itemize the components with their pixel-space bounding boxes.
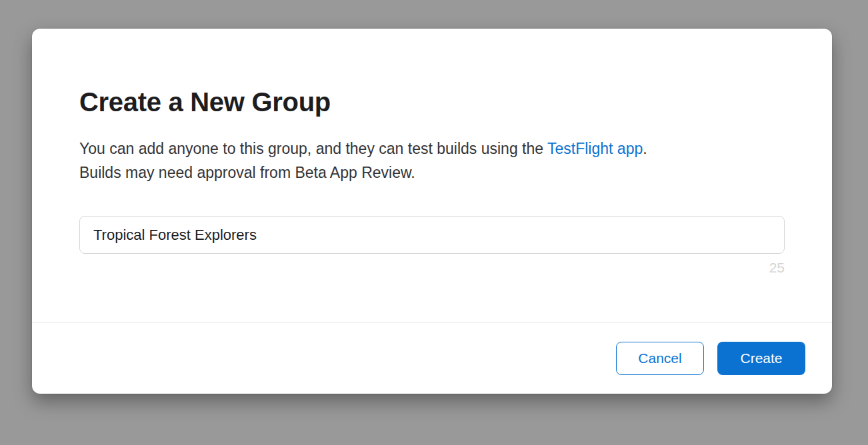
character-counter: 25 bbox=[79, 260, 785, 276]
description-text-after-link: . bbox=[643, 140, 647, 157]
dialog-description: You can add anyone to this group, and th… bbox=[79, 137, 785, 185]
dialog-title: Create a New Group bbox=[79, 86, 785, 118]
group-name-input[interactable] bbox=[79, 216, 785, 254]
create-button[interactable]: Create bbox=[717, 342, 805, 375]
create-group-dialog: Create a New Group You can add anyone to… bbox=[32, 29, 832, 394]
dialog-content: Create a New Group You can add anyone to… bbox=[32, 29, 832, 276]
dialog-footer: Cancel Create bbox=[32, 322, 832, 394]
cancel-button[interactable]: Cancel bbox=[616, 342, 704, 375]
description-text-before-link: You can add anyone to this group, and th… bbox=[79, 140, 547, 157]
testflight-app-link[interactable]: TestFlight app bbox=[547, 140, 643, 157]
description-text-line2: Builds may need approval from Beta App R… bbox=[79, 164, 415, 181]
